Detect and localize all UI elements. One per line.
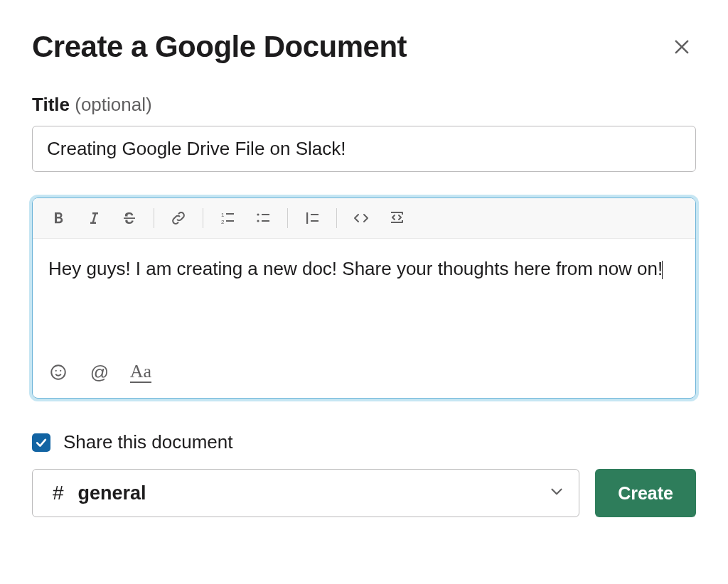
svg-rect-4 [226,213,234,215]
italic-icon [85,210,102,227]
check-icon [34,436,48,450]
ordered-list-button[interactable]: 12 [212,205,243,231]
toolbar-separator [154,208,154,228]
svg-rect-9 [262,220,269,222]
svg-point-14 [55,370,57,372]
chevron-down-icon [547,482,566,504]
svg-rect-5 [226,220,234,222]
code-icon [353,210,370,227]
text-cursor [662,261,663,279]
svg-rect-8 [262,214,269,215]
title-label-optional: (optional) [75,94,151,115]
link-button[interactable] [163,205,194,231]
italic-button[interactable] [78,205,109,231]
share-checkbox[interactable] [32,433,50,452]
svg-point-13 [51,365,65,379]
create-button[interactable]: Create [595,469,696,517]
channel-select[interactable]: # general [32,469,579,517]
create-google-doc-modal: Create a Google Document Title (optional… [0,0,728,546]
rich-text-editor: 12 Hey guys! I am creating a new doc! Sh… [32,198,696,399]
editor-footer: @ Aa [33,352,695,398]
editor-text: Hey guys! I am creating a new doc! Share… [48,258,663,279]
title-label-text: Title [32,94,70,115]
svg-text:1: 1 [221,212,225,218]
modal-header: Create a Google Document [32,30,696,64]
bullet-list-button[interactable] [247,205,279,231]
strikethrough-icon [121,210,138,227]
code-block-button[interactable] [381,205,412,231]
blockquote-icon [304,210,321,227]
title-input[interactable] [32,126,696,172]
code-block-icon [388,210,405,227]
link-icon [170,210,187,227]
mention-button[interactable]: @ [87,359,112,385]
strikethrough-button[interactable] [114,205,145,231]
svg-point-15 [60,370,61,372]
svg-point-6 [257,213,259,215]
share-label: Share this document [63,431,232,453]
bottom-row: # general Create [32,469,696,517]
editor-body[interactable]: Hey guys! I am creating a new doc! Share… [33,239,695,352]
toolbar-separator [336,208,337,228]
bold-icon [50,210,67,227]
close-button[interactable] [668,33,696,61]
channel-name: general [78,482,548,504]
svg-rect-10 [306,212,308,224]
code-button[interactable] [346,205,377,231]
emoji-button[interactable] [46,359,71,385]
hash-icon: # [53,482,64,504]
bullet-list-icon [255,210,272,227]
modal-title: Create a Google Document [32,30,407,64]
close-icon [672,37,692,57]
share-row: Share this document [32,431,696,453]
svg-rect-12 [311,220,318,222]
format-toggle-button[interactable]: Aa [128,359,154,385]
editor-toolbar: 12 [33,198,695,239]
toolbar-separator [287,208,288,228]
title-field-label: Title (optional) [32,94,696,116]
toolbar-separator [203,208,203,228]
svg-point-7 [257,220,259,222]
format-icon: Aa [130,362,151,383]
emoji-icon [49,363,68,382]
bold-button[interactable] [43,205,74,231]
blockquote-button[interactable] [296,205,328,231]
svg-text:2: 2 [221,219,225,225]
svg-rect-11 [311,214,318,215]
ordered-list-icon: 12 [219,210,236,227]
